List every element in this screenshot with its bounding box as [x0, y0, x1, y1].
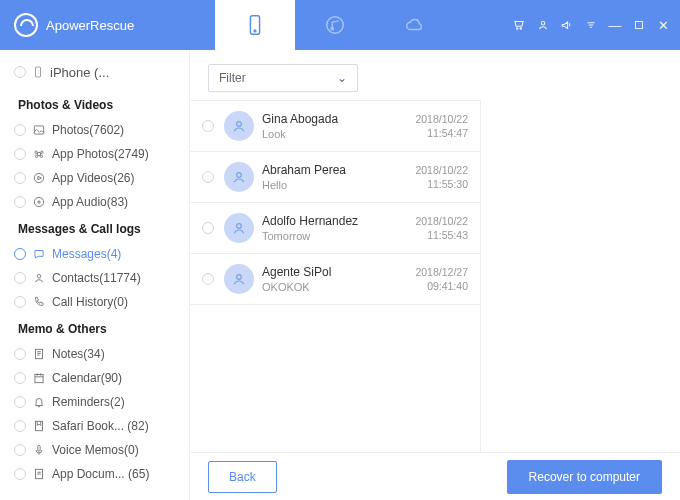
svg-point-6 — [541, 22, 545, 26]
photo-icon — [32, 123, 46, 137]
music-icon — [324, 14, 346, 36]
thread-row[interactable]: Gina Abogada Look 2018/10/22 11:54:47 — [190, 100, 480, 151]
bell-icon — [32, 395, 46, 409]
tab-itunes[interactable] — [295, 0, 375, 50]
mic-icon — [32, 443, 46, 457]
window-controls: — ✕ — [512, 18, 670, 32]
recover-button[interactable]: Recover to computer — [507, 460, 662, 494]
radio-icon[interactable] — [202, 222, 214, 234]
thread-name: Abraham Perea — [262, 163, 407, 177]
thread-time: 09:41:40 — [415, 279, 468, 293]
sidebar-item-reminders[interactable]: Reminders(2) — [0, 390, 189, 414]
sidebar-item-label: App Audio(83) — [52, 195, 128, 209]
maximize-icon[interactable] — [632, 18, 646, 32]
thread-row[interactable]: Agente SiPol OKOKOK 2018/12/27 09:41:40 — [190, 253, 480, 305]
radio-icon[interactable] — [14, 372, 26, 384]
radio-icon[interactable] — [14, 148, 26, 160]
device-row[interactable]: iPhone (... — [0, 58, 189, 90]
radio-icon[interactable] — [14, 196, 26, 208]
radio-icon[interactable] — [14, 248, 26, 260]
announce-icon[interactable] — [560, 18, 574, 32]
close-icon[interactable]: ✕ — [656, 18, 670, 32]
thread-row[interactable]: Abraham Perea Hello 2018/10/22 11:55:30 — [190, 151, 480, 202]
thread-name: Adolfo Hernandez — [262, 214, 407, 228]
audio-icon — [32, 195, 46, 209]
sidebar: iPhone (... Photos & Videos Photos(7602)… — [0, 50, 190, 500]
device-label: iPhone (... — [50, 65, 109, 80]
radio-icon[interactable] — [14, 348, 26, 360]
svg-point-13 — [36, 155, 38, 157]
sidebar-item-app-documents[interactable]: App Docum... (65) — [0, 462, 189, 486]
thread-name: Agente SiPol — [262, 265, 407, 279]
radio-icon[interactable] — [14, 420, 26, 432]
radio-icon[interactable] — [202, 171, 214, 183]
thread-preview: Tomorrow — [262, 230, 407, 242]
note-icon — [32, 347, 46, 361]
svg-point-16 — [34, 197, 43, 206]
svg-point-27 — [237, 275, 242, 280]
thread-preview: Hello — [262, 179, 407, 191]
svg-point-5 — [520, 28, 521, 29]
sidebar-item-voice-memos[interactable]: Voice Memos(0) — [0, 438, 189, 462]
tab-device[interactable] — [215, 0, 295, 50]
radio-icon[interactable] — [202, 120, 214, 132]
radio-icon[interactable] — [14, 66, 26, 78]
sidebar-item-contacts[interactable]: Contacts(11774) — [0, 266, 189, 290]
radio-icon[interactable] — [14, 444, 26, 456]
sidebar-item-label: Voice Memos(0) — [52, 443, 139, 457]
phone-icon — [244, 14, 266, 36]
radio-icon[interactable] — [14, 468, 26, 480]
filter-dropdown[interactable]: Filter ⌄ — [208, 64, 358, 92]
thread-preview: Look — [262, 128, 407, 140]
sidebar-item-messages[interactable]: Messages(4) — [0, 242, 189, 266]
phone-small-icon — [32, 64, 44, 80]
menu-icon[interactable] — [584, 18, 598, 32]
sidebar-item-app-videos[interactable]: App Videos(26) — [0, 166, 189, 190]
brand-logo-icon — [14, 13, 38, 37]
avatar — [224, 264, 254, 294]
message-icon — [32, 247, 46, 261]
sidebar-item-label: Reminders(2) — [52, 395, 125, 409]
sidebar-item-app-audio[interactable]: App Audio(83) — [0, 190, 189, 214]
app-photo-icon — [32, 147, 46, 161]
sidebar-item-notes[interactable]: Notes(34) — [0, 342, 189, 366]
document-icon — [32, 467, 46, 481]
sidebar-item-label: App Videos(26) — [52, 171, 135, 185]
avatar — [224, 162, 254, 192]
sidebar-item-safari-bookmarks[interactable]: Safari Book... (82) — [0, 414, 189, 438]
back-button[interactable]: Back — [208, 461, 277, 493]
svg-point-26 — [237, 224, 242, 229]
tab-icloud[interactable] — [375, 0, 455, 50]
sidebar-item-label: Notes(34) — [52, 347, 105, 361]
sidebar-item-photos[interactable]: Photos(7602) — [0, 118, 189, 142]
svg-point-4 — [517, 28, 518, 29]
radio-icon[interactable] — [14, 296, 26, 308]
cart-icon[interactable] — [512, 18, 526, 32]
sidebar-item-app-photos[interactable]: App Photos(2749) — [0, 142, 189, 166]
section-photos-videos: Photos & Videos — [0, 90, 189, 118]
contact-icon — [32, 271, 46, 285]
thread-time: 11:55:30 — [415, 177, 468, 191]
footer: Back Recover to computer — [190, 452, 680, 500]
sidebar-item-label: Call History(0) — [52, 295, 128, 309]
svg-rect-21 — [36, 421, 43, 430]
radio-icon[interactable] — [14, 396, 26, 408]
radio-icon[interactable] — [202, 273, 214, 285]
radio-icon[interactable] — [14, 172, 26, 184]
cloud-icon — [404, 14, 426, 36]
radio-icon[interactable] — [14, 272, 26, 284]
svg-point-2 — [327, 17, 344, 34]
svg-point-11 — [35, 151, 37, 153]
svg-point-25 — [237, 173, 242, 178]
thread-row[interactable]: Adolfo Hernandez Tomorrow 2018/10/22 11:… — [190, 202, 480, 253]
svg-rect-20 — [35, 375, 43, 383]
sidebar-item-call-history[interactable]: Call History(0) — [0, 290, 189, 314]
radio-icon[interactable] — [14, 124, 26, 136]
svg-rect-19 — [36, 349, 43, 358]
user-icon[interactable] — [536, 18, 550, 32]
thread-date: 2018/12/27 — [415, 265, 468, 279]
svg-rect-8 — [36, 67, 41, 77]
brand: ApowerRescue — [14, 13, 134, 37]
sidebar-item-calendar[interactable]: Calendar(90) — [0, 366, 189, 390]
minimize-icon[interactable]: — — [608, 18, 622, 32]
